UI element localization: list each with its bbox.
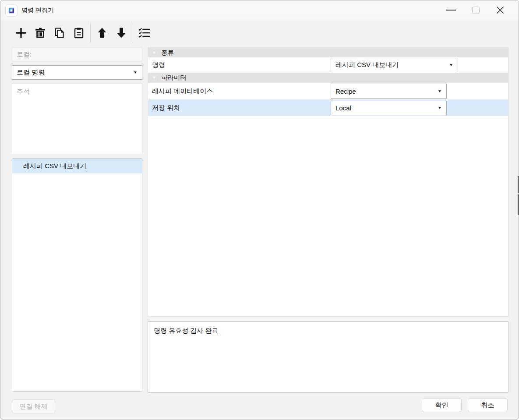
chevron-down-icon: ▼ xyxy=(133,71,138,74)
recipe-database-dropdown[interactable]: Recipe ▼ xyxy=(331,84,447,99)
toolbar-separator xyxy=(90,23,91,43)
save-location-value: Local xyxy=(335,104,351,112)
move-down-button[interactable] xyxy=(115,27,127,39)
minimize-button[interactable] xyxy=(439,2,463,18)
property-label: 명령 xyxy=(148,61,165,69)
command-editor-window: 명령 편집기 xyxy=(0,0,519,420)
paste-button[interactable] xyxy=(73,27,85,39)
chevron-down-icon: ▼ xyxy=(449,63,453,67)
close-icon xyxy=(496,6,505,14)
property-label: 레시피 데이터베이스 xyxy=(148,87,213,95)
comment-textarea[interactable] xyxy=(12,84,142,154)
add-button[interactable] xyxy=(15,27,27,39)
section-header-type[interactable]: ▼ 종류 xyxy=(148,48,508,57)
command-list: 레시피 CSV 내보내기 xyxy=(12,158,142,392)
delete-button[interactable] xyxy=(34,27,46,39)
save-location-dropdown[interactable]: Local ▼ xyxy=(331,101,447,115)
property-grid: ▼ 종류 명령 레시피 CSV 내보내기 ▼ ▼ 파라미터 레시피 데이터베이스… xyxy=(148,47,508,317)
section-header-parameters[interactable]: ▼ 파라미터 xyxy=(148,73,508,83)
app-icon xyxy=(6,5,17,16)
collapse-triangle-icon: ▼ xyxy=(152,76,156,80)
copy-icon xyxy=(53,27,66,39)
list-item[interactable]: 레시피 CSV 내보내기 xyxy=(12,159,142,173)
property-label: 저장 위치 xyxy=(148,104,180,112)
close-button[interactable] xyxy=(488,2,512,18)
maximize-icon xyxy=(472,7,480,14)
property-row-save-location: 저장 위치 Local ▼ xyxy=(148,99,508,116)
command-value: 레시피 CSV 내보내기 xyxy=(335,61,399,69)
command-value-dropdown[interactable]: 레시피 CSV 내보내기 ▼ xyxy=(331,58,458,72)
cancel-button[interactable]: 취소 xyxy=(468,399,508,412)
property-row-recipe-database: 레시피 데이터베이스 Recipe ▼ xyxy=(148,83,508,99)
trash-icon xyxy=(34,27,46,39)
command-type-value: 로컬 명령 xyxy=(17,68,45,77)
recipe-database-value: Recipe xyxy=(335,88,356,95)
section-title: 파라미터 xyxy=(161,74,187,82)
titlebar: 명령 편집기 xyxy=(0,0,519,21)
app-logo-icon xyxy=(7,6,16,15)
window-title: 명령 편집기 xyxy=(21,7,54,14)
collapse-triangle-icon: ▼ xyxy=(152,50,156,54)
toolbar-separator xyxy=(133,23,133,43)
command-type-dropdown[interactable]: 로컬 명령 ▼ xyxy=(12,65,142,80)
plus-icon xyxy=(15,27,27,39)
ok-button[interactable]: 확인 xyxy=(422,399,462,412)
validation-message-box: 명령 유효성 검사 완료 xyxy=(148,321,508,393)
arrow-up-icon xyxy=(96,27,108,39)
local-prefix-field: 로컬: xyxy=(12,47,142,61)
minimize-icon xyxy=(446,10,456,11)
command-list-button[interactable] xyxy=(138,27,151,39)
section-title: 종류 xyxy=(161,49,174,57)
disconnect-button[interactable]: 연결 해제 xyxy=(12,399,55,413)
maximize-button[interactable] xyxy=(463,2,488,18)
chevron-down-icon: ▼ xyxy=(438,106,442,110)
arrow-down-icon xyxy=(115,27,127,39)
checklist-icon xyxy=(138,27,151,39)
chevron-down-icon: ▼ xyxy=(438,89,442,93)
toolbar xyxy=(0,21,519,45)
paste-icon xyxy=(73,27,85,39)
window-controls xyxy=(439,2,512,18)
validation-message: 명령 유효성 검사 완료 xyxy=(154,327,219,334)
property-row-command: 명령 레시피 CSV 내보내기 ▼ xyxy=(148,57,508,73)
move-up-button[interactable] xyxy=(96,27,108,39)
copy-button[interactable] xyxy=(53,27,66,39)
